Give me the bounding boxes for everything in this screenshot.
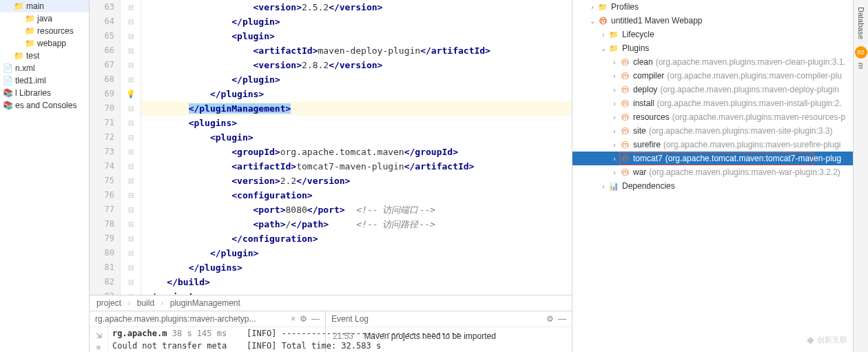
code-line[interactable]: <path>/</path> <!-- 访问路径--> xyxy=(141,217,572,231)
folder-icon xyxy=(608,29,619,40)
event-message: Maven projects need to be imported xyxy=(364,331,495,341)
project-tree[interactable]: mainjavaresourceswebapptestn.xmltled1.im… xyxy=(0,0,90,352)
maven-tree-item[interactable]: ›tomcat7(org.apache.tomcat.maven:tomcat7… xyxy=(572,152,853,165)
project-tree-item[interactable]: main xyxy=(0,0,89,12)
project-tree-item[interactable]: java xyxy=(0,12,89,25)
code-line[interactable]: <version>2.2</version> xyxy=(141,174,572,188)
maven-tree-item[interactable]: ›clean(org.apache.maven.plugins:maven-cl… xyxy=(572,55,853,69)
project-tree-item[interactable]: es and Consoles xyxy=(0,99,89,112)
code-line[interactable]: </build> xyxy=(141,275,572,289)
maven-tree-item[interactable]: ›resources(org.apache.maven.plugins:mave… xyxy=(572,110,853,124)
code-line[interactable]: <groupId>org.apache.tomcat.maven</groupI… xyxy=(141,145,572,159)
line-number-gutter[interactable]: 6364656667686970717273747576777879808182… xyxy=(90,0,121,295)
code-line[interactable]: <artifactId>tomcat7-maven-plugin</artifa… xyxy=(141,159,572,174)
maven-item-meta: (org.apache.maven.plugins:maven-compiler… xyxy=(667,71,841,81)
maven-item-meta: (org.apache.tomcat.maven:tomcat7-maven-p… xyxy=(665,154,841,163)
code-line[interactable]: <version>2.5.2</version> xyxy=(141,0,572,14)
code-line[interactable]: </configuration> xyxy=(141,231,572,246)
collapse-icon[interactable]: ⇲ xyxy=(92,331,105,340)
maven-tree-item[interactable]: ›war(org.apache.maven.plugins:maven-war-… xyxy=(572,165,853,179)
project-tree-item[interactable]: tled1.iml xyxy=(0,74,89,87)
expander-icon[interactable]: › xyxy=(610,127,619,135)
maven-tree-item[interactable]: ›Lifecycle xyxy=(572,28,853,41)
maven-tree-item[interactable]: ›compiler(org.apache.maven.plugins:maven… xyxy=(572,69,853,83)
maven-tree-item[interactable]: ›Dependencies xyxy=(572,179,853,193)
expander-icon[interactable]: › xyxy=(610,114,619,121)
maven-item-meta: (org.apache.maven.plugins:maven-site-plu… xyxy=(649,126,833,136)
minimize-icon[interactable]: — xyxy=(558,314,566,324)
gear-icon[interactable]: ⚙ xyxy=(546,314,554,324)
maven-tree-item[interactable]: ⌄Plugins xyxy=(572,41,853,55)
maven-item-meta: (org.apache.maven.plugins:maven-deploy-p… xyxy=(660,85,839,94)
badge[interactable]: 82 xyxy=(855,46,867,59)
tree-icon[interactable]: ≡ xyxy=(92,343,105,351)
console-tab-title[interactable]: rg.apache.maven.plugins:maven-archetyp..… xyxy=(95,314,288,324)
plugin-icon xyxy=(619,98,630,109)
maven-item-meta: (org.apache.maven.plugins:maven-war-plug… xyxy=(649,167,840,177)
fold-gutter[interactable]: ⊟⊟⊟⊟⊟⊟💡⊟⊟⊟⊟⊟⊟⊟⊟⊟⊟⊟⊟⊟⊟⊟ xyxy=(121,0,141,295)
maven-item-meta: (org.apache.maven.plugins:maven-install-… xyxy=(657,99,842,108)
maven-tree-item[interactable]: ›deploy(org.apache.maven.plugins:maven-d… xyxy=(572,83,853,96)
breadcrumb-item[interactable]: project xyxy=(96,298,121,308)
project-tree-item[interactable]: l Libraries xyxy=(0,87,89,99)
maven-tab[interactable]: m xyxy=(856,59,867,73)
code-line[interactable]: </plugin> xyxy=(141,246,572,260)
plugin-icon xyxy=(619,125,630,136)
project-tree-item[interactable]: n.xml xyxy=(0,62,89,74)
event-log-panel: Event Log ⚙ — 21:53 Maven projects need … xyxy=(326,311,572,352)
code-line[interactable]: <plugins> xyxy=(141,116,572,130)
expander-icon[interactable]: ⌄ xyxy=(588,17,597,25)
breadcrumb-item[interactable]: build xyxy=(137,298,154,308)
expander-icon[interactable]: › xyxy=(610,86,619,94)
code-line[interactable]: </plugin> xyxy=(141,72,572,87)
maven-tree-item[interactable]: ›install(org.apache.maven.plugins:maven-… xyxy=(572,96,853,110)
close-icon[interactable]: × xyxy=(291,314,296,324)
tree-item-label: tled1.iml xyxy=(15,76,46,85)
breadcrumb[interactable]: project › build › pluginManagement xyxy=(90,295,572,311)
code-line[interactable]: <port>8080</port> <!-- 访问端口--> xyxy=(141,203,572,217)
code-line[interactable]: </pluginManagement> xyxy=(141,101,572,116)
maven-item-label: compiler xyxy=(633,71,664,81)
breadcrumb-item[interactable]: pluginManagement xyxy=(170,298,240,308)
code-line[interactable]: <version>2.8.2</version> xyxy=(141,58,572,72)
code-line[interactable]: </plugins> xyxy=(141,87,572,101)
minimize-icon[interactable]: — xyxy=(311,314,320,324)
project-tree-item[interactable]: resources xyxy=(0,25,89,37)
project-tree-item[interactable]: webapp xyxy=(0,37,89,50)
database-tab[interactable]: Database xyxy=(856,3,867,43)
code-line[interactable]: </project> xyxy=(141,289,572,295)
right-toolbar: Database 82 m xyxy=(853,0,868,352)
expander-icon[interactable]: › xyxy=(610,59,619,66)
code-editor[interactable]: <version>2.5.2</version> </plugin> <plug… xyxy=(141,0,572,295)
expander-icon[interactable]: › xyxy=(610,72,619,80)
code-line[interactable]: <plugin> xyxy=(141,29,572,43)
code-line[interactable]: </plugin> xyxy=(141,14,572,29)
maven-tree-item[interactable]: ›Profiles xyxy=(572,0,853,14)
maven-tree-item[interactable]: ⌄untitled1 Maven Webapp xyxy=(572,14,853,28)
expander-icon[interactable]: › xyxy=(610,155,619,163)
maven-item-label: resources xyxy=(633,112,670,122)
expander-icon[interactable]: › xyxy=(588,3,597,11)
file-icon xyxy=(3,76,12,85)
expander-icon[interactable]: › xyxy=(599,31,608,39)
expander-icon[interactable]: › xyxy=(610,141,619,149)
tree-item-label: l Libraries xyxy=(15,88,51,98)
dep-icon xyxy=(608,180,619,191)
code-line[interactable]: <configuration> xyxy=(141,188,572,203)
maven-item-label: install xyxy=(633,99,654,108)
console-line: Could not transfer meta xyxy=(112,341,227,351)
project-tree-item[interactable]: test xyxy=(0,50,89,62)
expander-icon[interactable]: ⌄ xyxy=(599,45,608,52)
maven-tree-item[interactable]: ›site(org.apache.maven.plugins:maven-sit… xyxy=(572,124,853,138)
expander-icon[interactable]: › xyxy=(599,183,608,190)
code-line[interactable]: <artifactId>maven-deploy-plugin</artifac… xyxy=(141,43,572,58)
maven-tree-item[interactable]: ›surefire(org.apache.maven.plugins:maven… xyxy=(572,138,853,152)
expander-icon[interactable]: › xyxy=(610,100,619,107)
maven-item-label: Profiles xyxy=(611,2,639,12)
expander-icon[interactable]: › xyxy=(610,169,619,176)
gear-icon[interactable]: ⚙ xyxy=(300,314,307,324)
code-line[interactable]: <plugin> xyxy=(141,130,572,145)
tree-item-label: java xyxy=(37,14,52,23)
plugin-icon xyxy=(619,56,630,68)
code-line[interactable]: </plugins> xyxy=(141,260,572,275)
